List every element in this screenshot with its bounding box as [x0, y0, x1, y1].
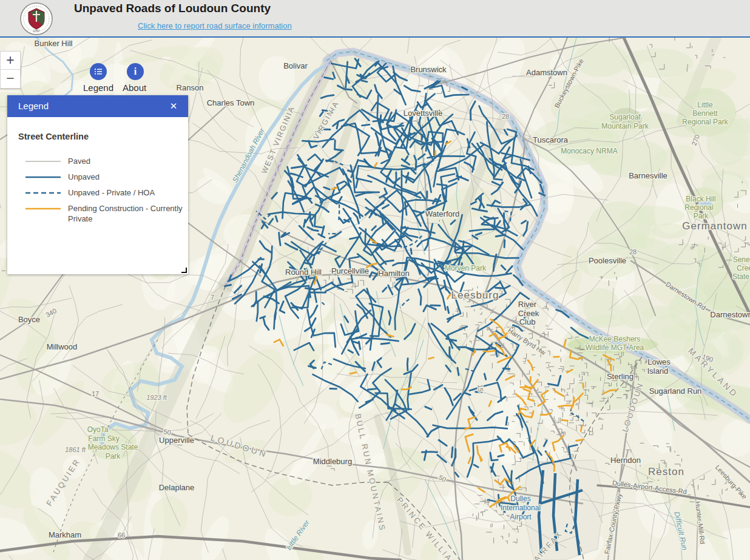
map-label: Meadows State: [88, 443, 138, 451]
map-label: Purcellville: [331, 266, 369, 275]
map-label: Lovettsville: [404, 109, 442, 118]
map-label: Dulles: [510, 494, 530, 503]
map-label: Herndon: [610, 456, 641, 465]
map-label: 66: [118, 531, 125, 539]
legend-button-label: Legend: [83, 83, 113, 93]
map-label: Monocacy NRMA: [561, 147, 617, 155]
legend-panel-header: Legend ✕: [7, 95, 188, 117]
about-button[interactable]: i: [127, 63, 144, 80]
map-label: Park: [106, 452, 121, 460]
map-label: 15: [476, 384, 484, 392]
legend-button[interactable]: [90, 63, 107, 80]
map-label: Adamstown: [526, 68, 567, 77]
page-title: Unpaved Roads of Loudoun County: [74, 2, 271, 15]
legend-swatch-solid: [25, 160, 61, 163]
map-label: 28: [502, 113, 509, 120]
map-label: 17: [92, 390, 99, 397]
map-label: Bennett: [692, 109, 718, 118]
map-label: Round Hill: [285, 268, 322, 277]
map-label: Morven Park: [445, 264, 487, 272]
legend-item: Pending Construction - Currently Private: [7, 203, 188, 229]
map-label: Reston: [648, 466, 684, 477]
map-label: Markham: [49, 530, 81, 539]
map-label: Barnesville: [629, 171, 667, 180]
legend-panel-title: Legend: [18, 101, 49, 111]
map-label: Hamilton: [378, 269, 409, 278]
seal-year: 1757: [33, 29, 39, 33]
map-label: Little: [697, 101, 713, 109]
map-label: Regional Park: [682, 118, 728, 126]
map-label: Park: [694, 212, 709, 220]
legend-item-label: Unpaved - Private / HOA: [68, 187, 188, 198]
map-label: Wildlife MGT Area: [586, 343, 644, 352]
legend-item-label: Paved: [68, 156, 188, 166]
zoom-control: + −: [0, 51, 21, 89]
map-label: Club: [519, 317, 536, 326]
map-label: Farm Sky: [88, 434, 119, 443]
map-label: Creek: [518, 309, 539, 318]
legend-item-label: Pending Construction - Currently Private: [68, 203, 188, 224]
map-label: Tuscarora: [533, 135, 569, 144]
legend-close-icon[interactable]: ✕: [166, 95, 181, 117]
map-label: Bunker Hill: [35, 39, 73, 48]
map-label: Germantown: [682, 220, 747, 232]
map-label: Poolesville: [589, 256, 626, 265]
zoom-in-button[interactable]: +: [0, 51, 21, 70]
map-label: Charles Town: [207, 98, 255, 107]
map-label: Middleburg: [313, 457, 352, 466]
map-label: Seneca: [733, 255, 750, 264]
map-label: Sugarland Run: [649, 386, 702, 396]
map-label: State Pa: [732, 272, 750, 281]
map-label: 1923 ft: [146, 394, 167, 401]
map-label: Island: [647, 366, 669, 376]
map-label: Regional: [684, 203, 713, 212]
map-label: Boyce: [18, 315, 40, 324]
map-label: Darnestown: [710, 310, 750, 319]
legend-item: Unpaved: [7, 172, 188, 187]
map-label: OyoTa: [87, 425, 109, 434]
about-button-label: About: [123, 83, 146, 93]
map-label: 50: [163, 428, 172, 436]
map-label: 28: [629, 248, 637, 255]
map-label: Waterford: [425, 209, 460, 218]
map-label: River: [518, 300, 537, 309]
map-label: Lowes: [647, 357, 671, 366]
report-road-surface-link[interactable]: Click here to report road surface inform…: [138, 21, 292, 30]
map-label: 7: [211, 294, 214, 301]
map-label: Sterling: [607, 372, 633, 381]
legend-swatch-solid: [25, 176, 61, 178]
legend-swatch-solid: [25, 207, 61, 210]
map-label: Mountain Park: [601, 122, 649, 130]
legend-list-icon: [94, 67, 103, 76]
app-header: 1757 Unpaved Roads of Loudoun County Cli…: [0, 0, 750, 38]
map-label: Ranson: [177, 83, 204, 92]
map-label: Black Hill: [686, 195, 715, 203]
map-label: Millwood: [47, 342, 78, 351]
map-label: Delaplane: [159, 483, 195, 492]
county-seal-logo: 1757: [20, 2, 53, 35]
map-label: Upperville: [159, 436, 194, 445]
legend-item: Unpaved - Private / HOA: [7, 187, 188, 203]
map-label: Leesburg: [451, 289, 499, 301]
legend-item: Paved: [7, 156, 188, 172]
zoom-out-button[interactable]: −: [0, 70, 21, 89]
panel-resize-handle[interactable]: [181, 268, 187, 273]
map-label: Bolivar: [283, 61, 308, 70]
map-label: International: [501, 504, 541, 512]
legend-layer-title: Street Centerline: [18, 132, 188, 141]
map-label: Airport: [510, 513, 532, 521]
legend-panel: Legend ✕ Street Centerline PavedUnpavedU…: [7, 95, 188, 274]
map-label: Brunswick: [410, 65, 447, 74]
map-label: Creek: [737, 264, 750, 272]
map-label: Sugarloaf: [609, 113, 641, 121]
app-root: Bunker HillRansonCharles TownBolivarBrun…: [0, 0, 750, 560]
legend-item-label: Unpaved: [68, 172, 188, 182]
legend-swatch-dashed: [25, 192, 61, 194]
map-label: McKee Beshers: [589, 335, 641, 343]
legend-items: PavedUnpavedUnpaved - Private / HOAPendi…: [7, 156, 188, 229]
info-icon: i: [134, 66, 137, 77]
map-label: 1861 ft: [65, 446, 86, 453]
